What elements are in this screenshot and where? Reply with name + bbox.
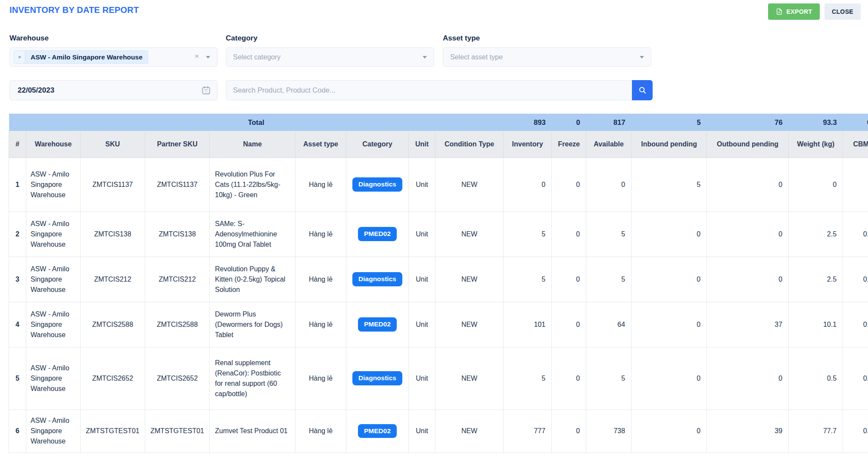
cell-index: 1 bbox=[9, 158, 26, 211]
table-row: 2ASW - Amilo Singapore WarehouseZMTCIS13… bbox=[9, 211, 868, 257]
table-row: 4ASW - Amilo Singapore WarehouseZMTCIS25… bbox=[9, 302, 868, 347]
asset-type-label: Asset type bbox=[443, 34, 480, 43]
warehouse-selected-value: ASW - Amilo Singapore Warehouse bbox=[25, 51, 148, 63]
cell-unit: Unit bbox=[409, 347, 436, 409]
cell-inbound_pending: 0 bbox=[632, 409, 707, 453]
cell-condition_type: NEW bbox=[436, 409, 504, 453]
category-badge: Diagnostics bbox=[352, 371, 402, 385]
cell-freeze: 0 bbox=[552, 257, 586, 302]
cell-index: 4 bbox=[9, 302, 26, 347]
cell-inventory: 5 bbox=[504, 347, 552, 409]
column-header-warehouse: Warehouse bbox=[26, 131, 81, 158]
category-badge: PMED02 bbox=[358, 424, 397, 438]
category-badge: Diagnostics bbox=[352, 272, 402, 286]
column-header-weight: Weight (kg) bbox=[789, 131, 843, 158]
total-label: Total bbox=[9, 114, 504, 131]
cell-partner_sku: ZMTSTGTEST01 bbox=[145, 409, 210, 453]
date-input[interactable] bbox=[10, 86, 201, 95]
column-header-sku: SKU bbox=[81, 131, 145, 158]
cell-warehouse: ASW - Amilo Singapore Warehouse bbox=[26, 347, 81, 409]
cell-unit: Unit bbox=[409, 211, 436, 257]
cell-unit: Unit bbox=[409, 302, 436, 347]
cell-sku: ZMTCIS2588 bbox=[81, 302, 145, 347]
cell-index: 3 bbox=[9, 257, 26, 302]
export-button-label: EXPORT bbox=[787, 8, 812, 15]
cell-outbound_pending: 39 bbox=[707, 409, 789, 453]
column-header-unit: Unit bbox=[409, 131, 436, 158]
category-label: Category bbox=[226, 34, 258, 43]
cell-name: SAMe: S-Adenosylmethionine 100mg Oral Ta… bbox=[210, 211, 296, 257]
category-badge: PMED02 bbox=[358, 227, 397, 241]
cell-cbm: 0.0 bbox=[843, 211, 868, 257]
cell-available: 738 bbox=[586, 409, 632, 453]
cell-sku: ZMTCIS138 bbox=[81, 211, 145, 257]
column-header-index: # bbox=[9, 131, 26, 158]
cell-freeze: 0 bbox=[552, 409, 586, 453]
cell-inventory: 5 bbox=[504, 211, 552, 257]
search-button[interactable] bbox=[632, 80, 653, 100]
chip-remove-icon[interactable]: × bbox=[14, 51, 25, 63]
category-badge: PMED02 bbox=[358, 317, 397, 332]
cell-partner_sku: ZMTCIS212 bbox=[145, 257, 210, 302]
cell-index: 2 bbox=[9, 211, 26, 257]
cell-outbound_pending: 0 bbox=[707, 211, 789, 257]
cell-category: Diagnostics bbox=[346, 158, 409, 211]
cell-partner_sku: ZMTCIS138 bbox=[145, 211, 210, 257]
export-button[interactable]: EXPORT bbox=[768, 3, 820, 20]
calendar-icon[interactable] bbox=[201, 85, 211, 95]
search-icon bbox=[638, 86, 647, 95]
total-inbound-pending: 5 bbox=[632, 114, 707, 131]
table-row: 1ASW - Amilo Singapore WarehouseZMTCIS11… bbox=[9, 158, 868, 211]
cell-name: Deworm Plus (Dewormers for Dogs) Tablet bbox=[210, 302, 296, 347]
warehouse-clear-icon[interactable]: × bbox=[195, 52, 199, 61]
column-header-asset_type: Asset type bbox=[296, 131, 346, 158]
cell-freeze: 0 bbox=[552, 347, 586, 409]
search-input[interactable] bbox=[226, 86, 632, 94]
cell-freeze: 0 bbox=[552, 158, 586, 211]
cell-cbm bbox=[843, 158, 868, 211]
total-cbm: 0. bbox=[843, 114, 868, 131]
cell-freeze: 0 bbox=[552, 211, 586, 257]
column-header-freeze: Freeze bbox=[552, 131, 586, 158]
cell-available: 5 bbox=[586, 257, 632, 302]
cell-weight: 77.7 bbox=[789, 409, 843, 453]
cell-asset_type: Hàng lẻ bbox=[296, 211, 346, 257]
cell-category: Diagnostics bbox=[346, 257, 409, 302]
cell-weight: 0 bbox=[789, 158, 843, 211]
cell-freeze: 0 bbox=[552, 302, 586, 347]
cell-index: 5 bbox=[9, 347, 26, 409]
cell-sku: ZMTCIS1137 bbox=[81, 158, 145, 211]
cell-sku: ZMTCIS212 bbox=[81, 257, 145, 302]
table-row: 6ASW - Amilo Singapore WarehouseZMTSTGTE… bbox=[9, 409, 868, 453]
export-file-icon bbox=[776, 8, 783, 15]
cell-warehouse: ASW - Amilo Singapore Warehouse bbox=[26, 409, 81, 453]
cell-outbound_pending: 0 bbox=[707, 347, 789, 409]
cell-inventory: 101 bbox=[504, 302, 552, 347]
search-field[interactable] bbox=[226, 80, 632, 100]
cell-condition_type: NEW bbox=[436, 347, 504, 409]
category-badge: Diagnostics bbox=[352, 177, 402, 192]
column-header-inventory: Inventory bbox=[504, 131, 552, 158]
cell-asset_type: Hàng lẻ bbox=[296, 257, 346, 302]
cell-warehouse: ASW - Amilo Singapore Warehouse bbox=[26, 302, 81, 347]
close-button[interactable]: CLOSE bbox=[824, 3, 861, 20]
cell-inventory: 0 bbox=[504, 158, 552, 211]
cell-inventory: 5 bbox=[504, 257, 552, 302]
inventory-table: Total 893 0 817 5 76 93.3 0. #WarehouseS… bbox=[9, 114, 868, 453]
asset-type-select[interactable]: Select asset type bbox=[443, 47, 651, 67]
cell-weight: 2.5 bbox=[789, 257, 843, 302]
warehouse-select[interactable]: × ASW - Amilo Singapore Warehouse × bbox=[9, 47, 218, 67]
cell-condition_type: NEW bbox=[436, 302, 504, 347]
chevron-down-icon bbox=[640, 56, 644, 59]
cell-unit: Unit bbox=[409, 409, 436, 453]
cell-warehouse: ASW - Amilo Singapore Warehouse bbox=[26, 211, 81, 257]
cell-category: Diagnostics bbox=[346, 347, 409, 409]
date-field[interactable] bbox=[9, 80, 218, 100]
cell-sku: ZMTCIS2652 bbox=[81, 347, 145, 409]
table-header-row: #WarehouseSKUPartner SKUNameAsset typeCa… bbox=[9, 131, 868, 158]
category-select[interactable]: Select category bbox=[226, 47, 434, 67]
warehouse-label: Warehouse bbox=[9, 34, 49, 43]
cell-category: PMED02 bbox=[346, 409, 409, 453]
total-available: 817 bbox=[586, 114, 632, 131]
cell-inventory: 777 bbox=[504, 409, 552, 453]
